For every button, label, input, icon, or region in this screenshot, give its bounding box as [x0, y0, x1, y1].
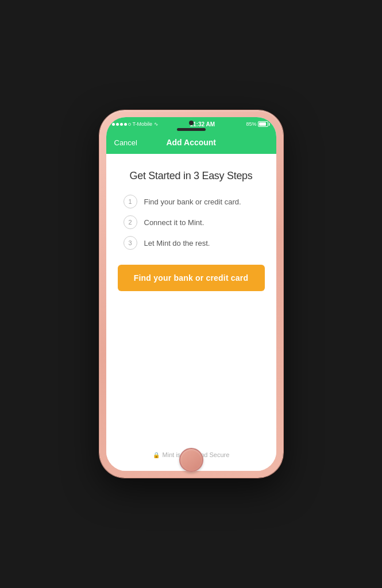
step-text-1: Find your bank or credit card. [144, 198, 241, 206]
steps-list: 1 Find your bank or credit card. 2 Conne… [118, 195, 265, 250]
lock-icon: 🔒 [153, 452, 160, 458]
step-text-2: Connect it to Mint. [144, 218, 204, 227]
step-number-3: 3 [124, 236, 137, 250]
status-left: T-Mobile ∿ [112, 121, 159, 127]
step-number-1: 1 [124, 195, 137, 208]
battery-tip [269, 123, 270, 126]
status-right: 85% [246, 121, 270, 127]
step-item-2: 2 Connect it to Mint. [124, 215, 265, 229]
signal-dot-3 [120, 123, 123, 126]
phone-frame: T-Mobile ∿ 11:32 AM 85% Cancel Add Accou… [99, 110, 283, 478]
step-number-2: 2 [124, 215, 137, 229]
battery-body [258, 121, 268, 127]
signal-dot-2 [116, 123, 119, 126]
carrier-label: T-Mobile [133, 121, 153, 127]
hero-title: Get Started in 3 Easy Steps [129, 170, 252, 182]
camera-dot [189, 121, 194, 125]
speaker-bar [177, 128, 206, 131]
wifi-icon: ∿ [154, 121, 159, 127]
signal-dots [112, 123, 131, 126]
find-bank-button[interactable]: Find your bank or credit card [118, 265, 265, 291]
home-button[interactable] [179, 448, 203, 472]
nav-title: Add Account [166, 138, 216, 147]
step-text-3: Let Mint do the rest. [144, 239, 210, 247]
step-item-1: 1 Find your bank or credit card. [124, 195, 265, 208]
step-item-3: 3 Let Mint do the rest. [124, 236, 265, 250]
battery-percent: 85% [246, 121, 256, 127]
phone-screen: T-Mobile ∿ 11:32 AM 85% Cancel Add Accou… [106, 117, 276, 471]
cancel-button[interactable]: Cancel [114, 138, 137, 147]
battery-fill [259, 122, 266, 126]
signal-dot-4 [124, 123, 127, 126]
signal-dot-1 [112, 123, 115, 126]
battery-icon [258, 121, 270, 127]
signal-dot-5 [128, 123, 131, 126]
phone-top-sensors [177, 121, 206, 131]
screen-content: Get Started in 3 Easy Steps 1 Find your … [106, 154, 276, 471]
nav-bar: Cancel Add Account [106, 131, 276, 154]
